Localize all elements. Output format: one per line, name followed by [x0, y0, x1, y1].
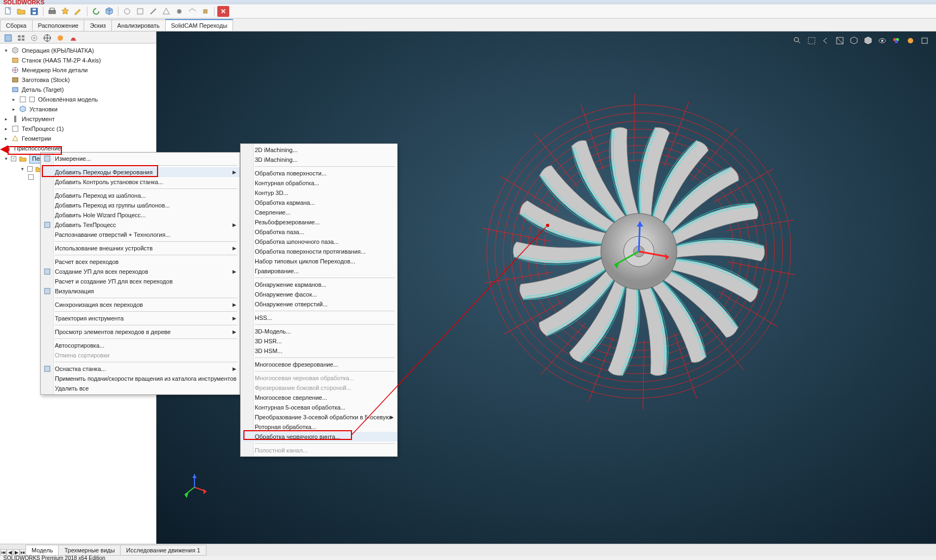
tree-item[interactable]: ▸Геометрии: [1, 134, 155, 143]
collapse-icon[interactable]: ▾: [20, 166, 25, 172]
tab-nav-first[interactable]: ⏮: [0, 549, 7, 556]
zoom-area-button[interactable]: [806, 35, 818, 47]
context-menu-item[interactable]: Использование внешних устройств▶: [41, 243, 240, 253]
context-menu-item[interactable]: Добавить ТехПроцесс▶: [41, 220, 240, 230]
expand-icon[interactable]: ▸: [3, 116, 9, 122]
context-menu-item[interactable]: Визуализация: [41, 286, 240, 296]
checkbox-icon[interactable]: [27, 166, 33, 172]
expand-icon[interactable]: ▸: [3, 126, 9, 131]
appearance-tab[interactable]: [54, 33, 66, 43]
context-menu-item[interactable]: Добавить Переходы Фрезерования▶: [41, 167, 240, 177]
expand-icon[interactable]: ▸: [11, 106, 16, 112]
context-menu-item[interactable]: Контурная 5-осевая обработка...: [241, 402, 397, 412]
close-button[interactable]: ✕: [217, 6, 229, 17]
context-menu-item[interactable]: Обнаружение фасок...: [241, 290, 397, 299]
display-style-button[interactable]: [862, 35, 874, 47]
context-menu-item[interactable]: Обработка червячного винта...: [241, 432, 397, 442]
previous-view-button[interactable]: [820, 35, 832, 47]
tool-button[interactable]: [199, 5, 211, 17]
context-menu-item[interactable]: 2D iMachining...: [241, 145, 397, 155]
tab-nav-prev[interactable]: ◀: [7, 549, 13, 556]
context-menu-item[interactable]: Добавить Hole Wizard Процесс...: [41, 210, 240, 220]
context-menu-item[interactable]: 3D iMachining...: [241, 155, 397, 165]
checkbox-checked-icon[interactable]: ✓: [11, 156, 16, 161]
tool-button[interactable]: [121, 5, 133, 17]
tab-layout[interactable]: Расположение: [32, 20, 85, 31]
context-menu-item[interactable]: Применить подачи/скорости вращения из ка…: [41, 374, 240, 383]
context-menu-item[interactable]: Расчет всех переходов: [41, 257, 240, 267]
tool-button[interactable]: [147, 5, 159, 17]
context-menu-item[interactable]: Распознавание отверстий + Технология...: [41, 230, 240, 240]
context-menu-item[interactable]: Преобразование 3-осевой обработки в 5-ос…: [241, 412, 397, 422]
tree-item[interactable]: ▸ТехПроцесс (1): [1, 124, 155, 134]
context-menu-item[interactable]: Обработка поверхности...: [241, 168, 397, 178]
context-menu-item[interactable]: Автосортировка...: [41, 341, 240, 350]
property-tab[interactable]: [28, 33, 40, 43]
tool-button[interactable]: [186, 5, 198, 17]
context-menu-item[interactable]: Обнаружение карманов...: [241, 280, 397, 290]
tab-sketch[interactable]: Эскиз: [84, 20, 111, 31]
context-menu-item[interactable]: Многоосевое фрезерование...: [241, 360, 397, 369]
checkbox-icon[interactable]: [29, 97, 35, 102]
context-menu-item[interactable]: Синхронизация всех переходов▶: [41, 300, 240, 310]
save-button[interactable]: [28, 5, 40, 17]
context-menu-item[interactable]: Обработка кармана...: [241, 198, 397, 207]
doc-tab-3dviews[interactable]: Трехмерные виды: [58, 545, 121, 556]
context-menu-item[interactable]: Просмотр элементов переходов в дереве▶: [41, 327, 240, 337]
axis-gizmo[interactable]: [178, 471, 211, 504]
doc-tab-motion[interactable]: Исследование движения 1: [120, 545, 206, 556]
favorite-button[interactable]: [59, 5, 71, 17]
context-menu-item[interactable]: Удалить все: [41, 383, 240, 393]
context-menu-item[interactable]: HSS...: [241, 313, 397, 323]
context-menu-item[interactable]: Резьбофрезерование...: [241, 217, 397, 227]
context-menu-item[interactable]: Многоосевое сверление...: [241, 393, 397, 402]
new-document-button[interactable]: [2, 5, 14, 17]
context-menu-item[interactable]: Добавить Контроль установок станка...: [41, 177, 240, 187]
edit-button[interactable]: [72, 5, 84, 17]
doc-tab-model[interactable]: Модель: [26, 545, 59, 556]
tree-item[interactable]: Менеджер Ноля детали: [1, 65, 155, 75]
context-menu-item[interactable]: Сверление...: [241, 207, 397, 217]
tool-button[interactable]: [160, 5, 172, 17]
context-menu-item[interactable]: Добавить Переход из группы шаблонов...: [41, 200, 240, 210]
context-menu-item[interactable]: Создание УП для всех переходов▶: [41, 267, 240, 276]
section-view-button[interactable]: [834, 35, 846, 47]
context-menu-item[interactable]: Обработка шпоночного паза...: [241, 237, 397, 247]
context-menu-item[interactable]: Контурная обработка...: [241, 178, 397, 188]
tree-item[interactable]: ▸Обновлённая модель: [1, 95, 155, 104]
collapse-icon[interactable]: ▾: [3, 156, 9, 161]
target-tab[interactable]: [41, 33, 53, 43]
context-menu-item[interactable]: Расчет и создание УП для всех переходов: [41, 276, 240, 286]
cam-tab[interactable]: [67, 33, 79, 43]
tool-button[interactable]: [173, 5, 185, 17]
context-menu-item[interactable]: Обработка паза...: [241, 227, 397, 237]
context-menu-item[interactable]: Измерение...: [41, 154, 240, 163]
context-menu-item[interactable]: Обработка поверхности протягивания...: [241, 247, 397, 256]
tab-assembly[interactable]: Сборка: [0, 20, 33, 31]
open-button[interactable]: [15, 5, 27, 17]
context-menu-item[interactable]: Контур 3D...: [241, 188, 397, 198]
tab-solidcam-transitions[interactable]: SolidCAM Переходы: [165, 19, 234, 31]
tree-item[interactable]: Заготовка (Stock): [1, 75, 155, 85]
context-menu-item[interactable]: Добавить Переход из шаблона...: [41, 191, 240, 200]
context-menu-item[interactable]: Оснастка станка...▶: [41, 364, 240, 374]
tab-analyze[interactable]: Анализировать: [111, 20, 166, 31]
rebuild-button[interactable]: [90, 5, 102, 17]
print-button[interactable]: [46, 5, 58, 17]
expand-icon[interactable]: ▸: [11, 97, 16, 102]
context-menu-item[interactable]: 3D HSR...: [241, 336, 397, 346]
context-menu-item[interactable]: Обнаружение отверстий...: [241, 299, 397, 309]
appearance-button[interactable]: [890, 35, 902, 47]
context-menu-item[interactable]: 3D-Модель...: [241, 326, 397, 336]
tool-button[interactable]: [134, 5, 146, 17]
expand-icon[interactable]: ▸: [3, 136, 9, 141]
tree-item[interactable]: ▸Установки: [1, 104, 155, 114]
config-tab[interactable]: [15, 33, 27, 43]
hide-show-button[interactable]: [876, 35, 888, 47]
context-menu-item[interactable]: Гравирование...: [241, 266, 397, 276]
checkbox-icon[interactable]: [28, 174, 34, 180]
context-menu-item[interactable]: Набор типовых циклов Переходов...: [241, 256, 397, 266]
cube-button[interactable]: [103, 5, 115, 17]
view-settings-button[interactable]: [919, 35, 931, 47]
context-menu-item[interactable]: Роторная обработка...: [241, 422, 397, 432]
